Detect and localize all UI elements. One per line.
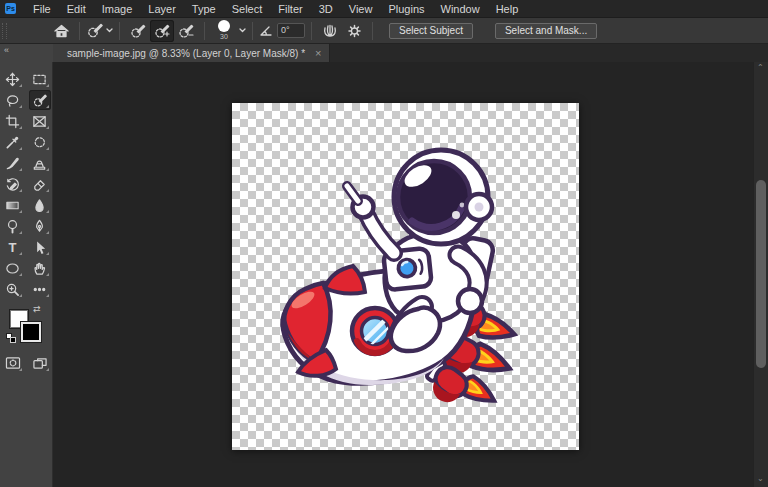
astronaut-pointing-arm [347,186,394,253]
tab-close-icon[interactable]: × [315,48,321,58]
select-subject-button[interactable]: Select Subject [389,23,473,39]
toolbar-dock-header: « [0,44,53,62]
quick-mask-icon [5,356,21,370]
menu-3d[interactable]: 3D [311,0,341,18]
tool-move[interactable] [2,69,24,89]
menu-select[interactable]: Select [224,0,271,18]
brush-new-icon [129,23,147,39]
select-and-mask-button[interactable]: Select and Mask... [495,23,597,39]
tool-crop[interactable] [2,111,24,131]
background-color-swatch[interactable] [21,322,41,342]
brush-settings-button[interactable] [342,20,366,42]
menu-type[interactable]: Type [184,0,224,18]
scroll-up-icon[interactable]: ⌃ [757,64,764,72]
tool-brush[interactable] [2,153,24,173]
vertical-scrollbar[interactable]: ⌃ ⌄ [753,62,768,487]
lasso-icon [5,93,20,108]
dodge-icon [5,219,20,234]
menu-help[interactable]: Help [488,0,527,18]
home-button[interactable] [49,20,73,42]
more-tools-icon [32,282,47,297]
crop-icon [5,114,20,129]
tool-frame[interactable] [29,111,51,131]
scrollbar-thumb[interactable] [756,180,766,368]
pen-icon [32,219,47,234]
tools-grid: T [0,62,52,299]
brush-preset-button[interactable] [86,20,113,42]
tool-pen[interactable] [29,216,51,236]
eraser-icon [32,177,47,192]
tool-eraser[interactable] [29,174,51,194]
brush-angle-field[interactable]: 0° [277,23,305,38]
astronaut-helmet [394,150,492,244]
photoshop-window: Ps File Edit Image Layer Type Select Fil… [0,0,768,487]
tool-type[interactable]: T [2,237,24,257]
tool-history-brush[interactable] [2,174,24,194]
path-selection-icon [32,240,47,255]
new-selection-brush-button[interactable] [126,20,150,42]
canvas-pasteboard[interactable] [54,62,753,487]
add-to-selection-brush-button[interactable] [150,20,174,42]
document-tab[interactable]: sample-image.jpg @ 8.33% (Layer 0, Layer… [53,44,330,62]
swap-colors-icon[interactable]: ⇄ [33,305,41,314]
tool-clone-stamp[interactable] [29,153,51,173]
tool-hand[interactable] [29,258,51,278]
menu-image[interactable]: Image [94,0,141,18]
brush-add-icon [153,23,171,39]
menu-edit[interactable]: Edit [59,0,94,18]
hand-icon [32,261,47,276]
screen-mode-icon [32,356,48,370]
photoshop-logo-icon[interactable]: Ps [5,3,16,14]
tool-lasso[interactable] [2,90,24,110]
menu-plugins[interactable]: Plugins [380,0,432,18]
separator [79,22,80,40]
tool-more[interactable] [29,279,51,299]
menu-filter[interactable]: Filter [270,0,310,18]
blur-drop-icon [32,198,47,213]
separator [204,22,205,40]
tool-ellipse-shape[interactable] [2,258,24,278]
tools-panel: T [0,62,53,487]
tool-rectangular-marquee[interactable] [29,69,51,89]
tool-blur[interactable] [29,195,51,215]
menu-window[interactable]: Window [433,0,488,18]
scroll-down-icon[interactable]: ⌄ [757,475,764,483]
pressure-size-button[interactable] [318,20,342,42]
tool-zoom[interactable] [2,279,24,299]
chevron-down-icon [106,28,113,33]
menu-bar: Ps File Edit Image Layer Type Select Fil… [0,0,768,18]
tool-dodge[interactable] [2,216,24,236]
healing-brush-icon [32,135,47,150]
tool-selection-brush[interactable] [29,90,51,110]
screen-mode-button[interactable] [29,353,51,373]
quick-mask-mode-button[interactable] [2,353,24,373]
type-icon: T [9,241,17,254]
subtract-from-selection-brush-button[interactable] [174,20,198,42]
marquee-icon [32,72,47,87]
brush-size-control[interactable]: 30 [211,18,237,44]
separator [372,22,373,40]
chevron-down-icon[interactable] [239,28,246,33]
brush-size-value: 30 [220,33,228,41]
brush-subtract-icon [177,23,195,39]
tool-path-selection[interactable] [29,237,51,257]
tool-healing-brush[interactable] [29,132,51,152]
workspace: T [0,62,768,487]
rocket-fin-top [325,266,365,293]
options-bar: 30 0° Select Subject Select and Mask... [0,18,768,44]
default-colors-icon[interactable] [6,333,16,343]
separator [252,22,253,40]
angle-icon [259,25,273,37]
gear-icon [346,23,363,39]
menu-layer[interactable]: Layer [140,0,184,18]
menu-file[interactable]: File [25,0,59,18]
tool-eyedropper[interactable] [2,132,24,152]
history-brush-icon [5,177,20,192]
separator [311,22,312,40]
options-bar-grip[interactable] [2,23,7,39]
collapse-panel-icon[interactable]: « [0,44,9,55]
tool-gradient[interactable] [2,195,24,215]
menu-view[interactable]: View [341,0,381,18]
pressure-icon [321,23,339,39]
document-canvas[interactable] [232,103,579,450]
